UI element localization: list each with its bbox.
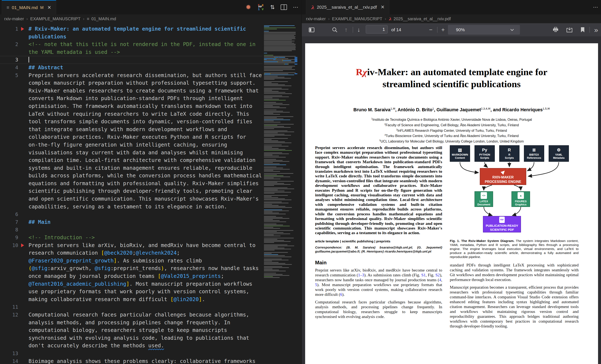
minimap-line bbox=[263, 214, 298, 214]
breadcrumb-folder[interactable]: rxiv-maker bbox=[4, 17, 24, 21]
rxiv-maker-logo-icon[interactable]: ✹ bbox=[245, 3, 251, 11]
code-row: 13 bbox=[0, 350, 263, 357]
breadcrumb-folder[interactable]: EXAMPLE_MANUSCRIPT bbox=[332, 17, 382, 21]
minimap-line bbox=[263, 124, 298, 125]
code-row: computational biology, researchers strug… bbox=[0, 326, 263, 334]
affiliation-line: 1Instituto de Tecnologia Química e Bioló… bbox=[305, 117, 598, 122]
minimap-line bbox=[263, 261, 298, 261]
tab-01-main-md[interactable]: ≡ 01_MAIN.md M ✕ bbox=[2, 0, 56, 14]
minimap-highlight bbox=[295, 57, 297, 58]
editor-actions: ✹ rx iv PDF ⇅ ⋯ bbox=[245, 0, 298, 14]
minimap-line bbox=[263, 75, 298, 75]
minimap[interactable] bbox=[263, 23, 298, 364]
minimap-line bbox=[263, 276, 298, 277]
print-icon[interactable] bbox=[551, 23, 560, 36]
pdf-file-icon: λ bbox=[311, 4, 314, 10]
minimap-line bbox=[263, 115, 298, 116]
minimap-line bbox=[263, 220, 298, 221]
pdf-viewer[interactable]: Rχiv-Maker: an automated template engine… bbox=[302, 36, 601, 364]
minimap-line bbox=[263, 248, 298, 248]
minimap-line bbox=[263, 209, 298, 210]
bookmark-icon[interactable] bbox=[578, 23, 587, 36]
minimap-line bbox=[263, 166, 298, 166]
minimap-line bbox=[263, 270, 298, 270]
minimap-line bbox=[263, 92, 298, 93]
minimap-line bbox=[263, 182, 298, 183]
code-text: builds across platforms, while the conve… bbox=[29, 172, 262, 180]
citation-link[interactable]: 6 bbox=[340, 292, 342, 297]
minimap-line bbox=[263, 228, 298, 229]
toggle-sidebar-icon[interactable] bbox=[307, 23, 316, 36]
citation-link[interactable]: 1–3 bbox=[358, 273, 364, 277]
minimap-line bbox=[263, 118, 298, 119]
code-row: use proprietary formats that work poorly… bbox=[0, 288, 263, 295]
page-number-input[interactable] bbox=[366, 25, 388, 34]
rxiv-pdf-preview-icon[interactable]: rx iv PDF bbox=[257, 4, 264, 11]
zoom-in-icon[interactable]: + bbox=[439, 23, 447, 36]
code-row: compilation time. Local-first architectu… bbox=[0, 157, 263, 164]
minimap-line bbox=[263, 31, 298, 31]
minimap-highlight bbox=[295, 64, 297, 64]
previous-page-icon[interactable]: ↑ bbox=[342, 23, 350, 36]
next-page-icon[interactable]: ↓ bbox=[355, 23, 363, 36]
minimap-line bbox=[263, 83, 298, 84]
paper-paragraph: Manuscript preparation becomes a transpa… bbox=[450, 285, 579, 329]
minimap-line bbox=[263, 37, 298, 38]
modified-badge: M bbox=[40, 5, 43, 10]
minimap-line bbox=[263, 252, 298, 253]
code-row: 9<!-- Introduction --> bbox=[0, 234, 263, 242]
breadcrumb-folder[interactable]: rxiv-maker bbox=[306, 17, 326, 21]
code-row: publications bbox=[0, 33, 263, 41]
minimap-line bbox=[263, 86, 298, 86]
minimap-line bbox=[263, 218, 298, 219]
save-download-icon[interactable] bbox=[565, 23, 574, 36]
breadcrumb-file[interactable]: 01_MAIN.md bbox=[91, 17, 116, 21]
minimap-line bbox=[263, 53, 298, 53]
zoom-level-dropdown[interactable]: 90% bbox=[448, 25, 520, 35]
minimap-line bbox=[263, 267, 298, 268]
citation-link[interactable]: S2 bbox=[435, 273, 440, 277]
minimap-line bbox=[263, 245, 298, 245]
breadcrumb-folder[interactable]: EXAMPLE_MANUSCRIPT bbox=[30, 17, 80, 21]
minimap-line bbox=[263, 108, 298, 109]
minimap-line bbox=[263, 216, 298, 217]
more-actions-icon[interactable]: ⋯ bbox=[593, 4, 598, 10]
minimap-line bbox=[263, 143, 298, 143]
breadcrumb-file[interactable]: 2025__saraiva_et_al__rxiv.pdf bbox=[394, 17, 451, 21]
more-actions-icon[interactable]: ⋯ bbox=[293, 4, 298, 10]
minimap-line bbox=[263, 93, 298, 94]
minimap-line bbox=[263, 206, 298, 207]
minimap-line bbox=[263, 149, 298, 150]
minimap-line bbox=[263, 194, 298, 195]
minimap-line bbox=[263, 195, 298, 196]
affiliation-line: 4Turku Bioscience Centre, University of … bbox=[305, 133, 598, 138]
minimap-line bbox=[263, 80, 298, 81]
minimap-line bbox=[263, 118, 298, 118]
line-number: 12 bbox=[0, 311, 18, 319]
split-editor-icon[interactable] bbox=[281, 4, 287, 10]
sync-changes-icon[interactable]: ⇅ bbox=[270, 4, 275, 10]
minimap-line bbox=[263, 90, 298, 91]
tab-pdf[interactable]: λ 2025__saraiva_et_al__rxiv.pdf ✕ bbox=[306, 0, 389, 14]
citation-link[interactable]: S1 bbox=[421, 273, 426, 277]
zoom-out-icon[interactable]: − bbox=[427, 23, 435, 36]
minimap-line bbox=[263, 106, 298, 107]
code-text: making collaborative research more diffi… bbox=[29, 295, 205, 303]
search-icon[interactable] bbox=[331, 23, 339, 36]
toolbar-divider bbox=[589, 27, 590, 33]
citation-link[interactable]: 4 bbox=[439, 278, 441, 282]
pdf-page: Rχiv-Maker: an automated template engine… bbox=[305, 43, 598, 364]
minimap-line bbox=[263, 146, 298, 147]
code-editor[interactable]: 1# Rxiv-Maker: an automated template eng… bbox=[0, 23, 263, 364]
code-row: Rxiv-Maker enables researchers to create… bbox=[0, 87, 263, 95]
minimap-line bbox=[263, 241, 298, 242]
code-row: that integrate seamlessly with modern de… bbox=[0, 126, 263, 133]
close-icon[interactable]: ✕ bbox=[47, 5, 51, 10]
minimap-line bbox=[263, 158, 298, 158]
editor-pane-pdf: λ 2025__saraiva_et_al__rxiv.pdf ✕ ⋯ rxiv… bbox=[302, 0, 601, 364]
code-row: @Tenant2016_academic_publishing]. Most m… bbox=[0, 280, 263, 288]
more-tools-icon[interactable]: » bbox=[591, 23, 601, 36]
citation-link[interactable]: 5 bbox=[315, 283, 317, 287]
close-icon[interactable]: ✕ bbox=[381, 4, 385, 10]
paper-abstract: Preprint servers accelerate research dis… bbox=[315, 145, 442, 235]
